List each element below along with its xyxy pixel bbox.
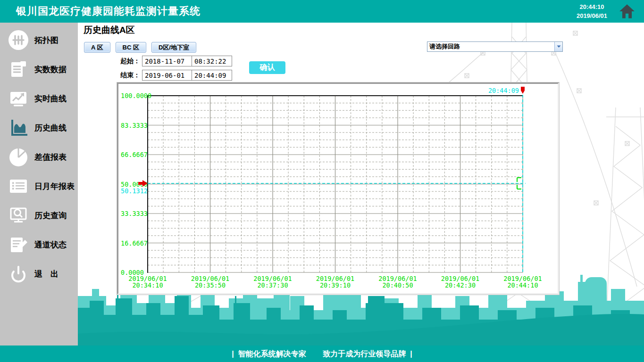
circuit-select-value: 请选择回路 [427,42,554,51]
history-curve-icon [8,117,29,138]
sidebar-item-exit[interactable]: 退 出 [0,259,78,288]
sidebar-item-channel-status[interactable]: 通道状态 [0,230,78,259]
zone-tabs: A 区 BC 区 D区/地下室 [84,42,196,53]
footer-slogan: | 智能化系统解决专家 致力于成为行业领导品牌 | [0,346,644,362]
sidebar-item-label: 日月年报表 [34,181,75,192]
svg-text:20:37:30: 20:37:30 [257,281,288,289]
sidebar-item-history-curve[interactable]: 历史曲线 [0,113,78,142]
sidebar-item-label: 退 出 [34,269,59,280]
end-label: 结束： [120,71,140,80]
main-area: 历史曲线A区 A 区 BC 区 D区/地下室 起始： 结束： 确认 请选择回路 … [78,23,644,346]
sidebar-item-label: 拓扑图 [34,35,59,46]
sidebar-item-label: 实时曲线 [34,93,67,104]
page-title: 历史曲线A区 [84,24,135,36]
zone-tab-bc[interactable]: BC 区 [116,42,146,53]
chart-panel: 100.000083.333366.666750.000033.333316.6… [117,82,559,295]
sidebar-item-label: 历史曲线 [34,123,67,133]
sidebar-item-label: 差值报表 [34,152,67,163]
sidebar-item-realtime-data[interactable]: 实数数据 [0,55,78,84]
home-button[interactable] [619,3,636,20]
sidebar-item-history-search[interactable]: 历史查询 [0,201,78,230]
zone-tab-a[interactable]: A 区 [84,42,110,53]
history-curve-chart[interactable]: 100.000083.333366.666750.000033.333316.6… [118,84,558,293]
realtime-curve-icon [8,88,29,109]
svg-text:20:35:50: 20:35:50 [195,281,226,289]
svg-text:83.3333: 83.3333 [121,122,148,129]
footer-bar: | 智能化系统解决专家 致力于成为行业领导品牌 | [0,346,644,362]
sidebar-item-realtime-curve[interactable]: 实时曲线 [0,84,78,113]
start-datetime-row: 起始： [120,56,232,66]
zone-tab-d-basement[interactable]: D区/地下室 [151,42,196,53]
svg-text:66.6667: 66.6667 [121,151,148,158]
end-time-field[interactable] [192,70,232,81]
svg-text:20:40:50: 20:40:50 [382,281,413,289]
confirm-button[interactable]: 确认 [249,61,285,74]
chevron-down-icon[interactable] [554,42,562,51]
svg-text:50.1312: 50.1312 [121,187,148,195]
sidebar-item-topology[interactable]: 拓扑图 [0,25,78,55]
header-bar: 银川国龙医疗健康园能耗监测计量系统 20:44:10 2019/06/01 [0,0,644,23]
svg-text:20:34:10: 20:34:10 [132,281,163,289]
start-label: 起始： [120,57,140,66]
clock-time: 20:44:10 [577,2,607,11]
difference-report-icon [8,147,29,167]
start-time-field[interactable] [192,56,232,66]
realtime-data-icon [8,59,29,80]
svg-text:20:42:30: 20:42:30 [445,281,476,289]
end-date-field[interactable] [142,70,192,81]
clock: 20:44:10 2019/06/01 [577,2,607,20]
svg-text:33.3333: 33.3333 [121,210,148,217]
home-icon [619,3,636,20]
clock-date: 2019/06/01 [577,11,607,20]
svg-text:20:44:09: 20:44:09 [488,87,519,94]
sidebar-item-periodic-report[interactable]: 日月年报表 [0,172,78,201]
sidebar-item-difference-report[interactable]: 差值报表 [0,142,78,172]
svg-text:100.0000: 100.0000 [121,92,151,99]
start-date-field[interactable] [142,56,192,66]
svg-text:20:39:10: 20:39:10 [320,281,351,289]
circuit-select[interactable]: 请选择回路 [427,41,563,52]
sidebar: 拓扑图 实数数据 实时曲线 [0,23,78,346]
sidebar-item-label: 通道状态 [34,239,67,250]
channel-status-icon [8,234,29,255]
screen: 银川国龙医疗健康园能耗监测计量系统 20:44:10 2019/06/01 [0,0,644,362]
svg-text:16.6667: 16.6667 [121,239,148,247]
svg-text:20:44:10: 20:44:10 [507,281,538,289]
app-title: 银川国龙医疗健康园能耗监测计量系统 [16,0,201,23]
history-search-icon [8,205,29,226]
sidebar-item-label: 历史查询 [34,210,67,221]
topology-icon [8,30,29,50]
end-datetime-row: 结束： [120,70,232,81]
periodic-report-icon [8,176,29,197]
power-icon [8,263,29,284]
sidebar-item-label: 实数数据 [34,64,67,75]
